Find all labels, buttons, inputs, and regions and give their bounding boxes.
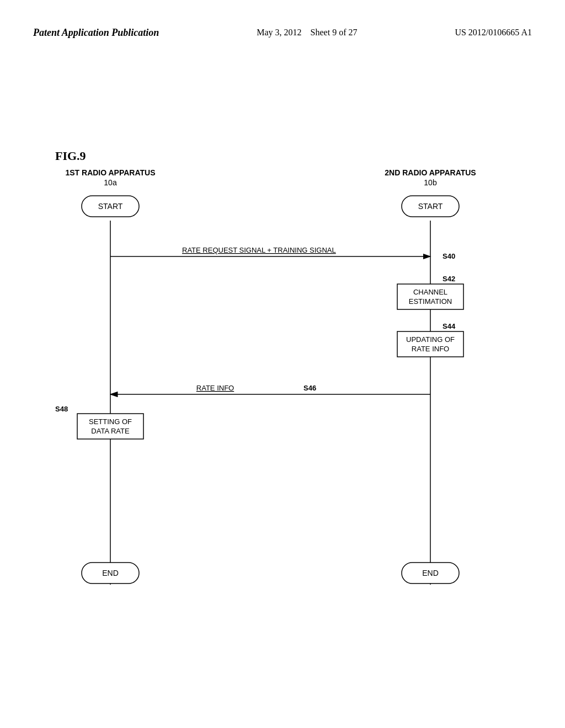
s40-msg-text: RATE REQUEST SIGNAL + TRAINING SIGNAL — [182, 246, 336, 254]
channel-est-line1: CHANNEL — [413, 288, 447, 296]
page: Patent Application Publication May 3, 20… — [0, 0, 565, 728]
header-publication-label: Patent Application Publication — [33, 26, 159, 39]
figure-label: FIG.9 — [55, 149, 86, 163]
setting-line2: DATA RATE — [91, 427, 130, 435]
s40-label: S40 — [443, 252, 455, 260]
col1-header-id: 10a — [104, 178, 117, 187]
diagram-svg: 1ST RADIO APPARATUS 10a 2ND RADIO APPARA… — [22, 165, 543, 623]
col1-header: 1ST RADIO APPARATUS — [65, 168, 155, 177]
updating-line2: RATE INFO — [412, 345, 449, 353]
start2-label: START — [418, 202, 443, 211]
s48-label: S48 — [55, 405, 68, 413]
channel-est-line2: ESTIMATION — [409, 297, 452, 306]
header-patent-number: US 2012/0106665 A1 — [455, 26, 532, 39]
s46-msg-text: RATE INFO — [196, 384, 234, 392]
header-date: May 3, 2012 — [257, 28, 301, 37]
s44-label: S44 — [443, 322, 456, 330]
setting-line1: SETTING OF — [89, 417, 132, 426]
header-date-sheet: May 3, 2012 Sheet 9 of 27 — [257, 26, 357, 39]
col2-header: 2ND RADIO APPARATUS — [385, 168, 476, 177]
s46-label: S46 — [303, 384, 316, 392]
end2-label: END — [422, 569, 439, 577]
updating-line1: UPDATING OF — [406, 335, 455, 344]
end1-label: END — [102, 569, 119, 577]
header: Patent Application Publication May 3, 20… — [0, 26, 565, 39]
col2-header-id: 10b — [424, 178, 437, 187]
header-sheet: Sheet 9 of 27 — [311, 28, 358, 37]
s42-label: S42 — [443, 275, 455, 283]
start1-label: START — [98, 202, 123, 211]
